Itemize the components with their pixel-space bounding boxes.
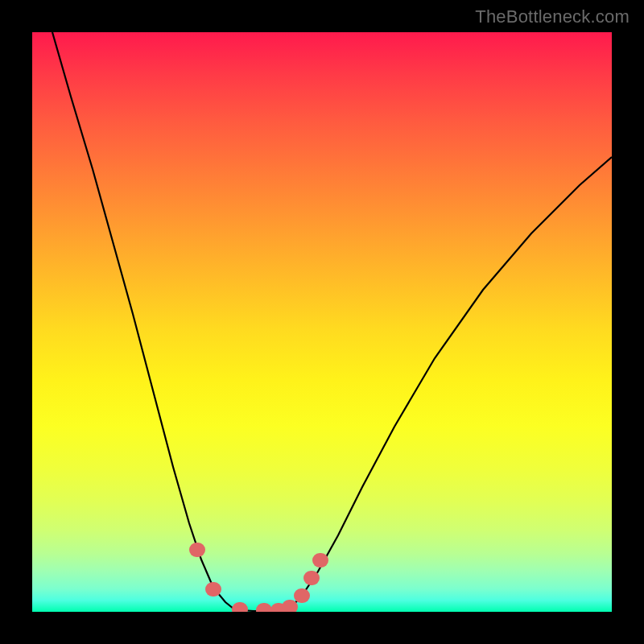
marker-dot [303,571,320,585]
curve-right [288,157,612,610]
curve-left [52,32,242,610]
marker-dot [312,553,328,568]
curve-svg [32,32,612,612]
marker-dot [189,543,205,557]
marker-group [189,543,328,612]
marker-dot [205,582,221,597]
marker-dot [256,603,272,612]
marker-dot [232,602,248,612]
plot-area [32,32,612,612]
outer-frame: TheBottleneck.com [0,0,644,644]
marker-dot [294,588,310,603]
watermark-text: TheBottleneck.com [475,6,630,27]
